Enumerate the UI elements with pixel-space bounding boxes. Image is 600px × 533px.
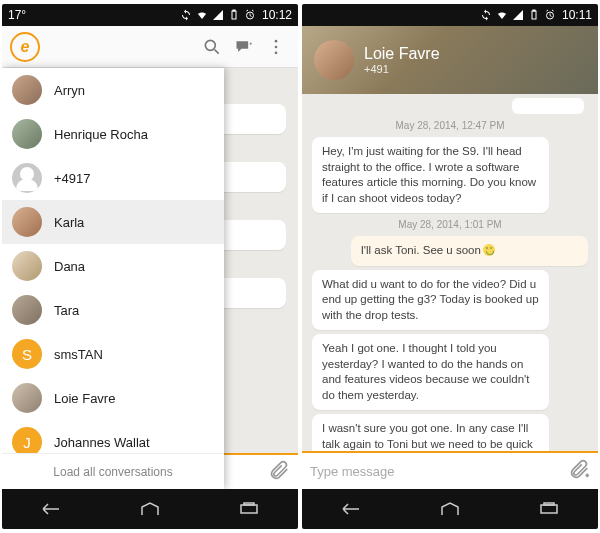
contact-name: Karla [54,215,84,230]
left-body: yhood ou and work ort but me if re i riv… [2,68,298,489]
contact-row[interactable]: Karla [2,200,224,244]
contact-name: Arryn [54,83,85,98]
status-icons: 10:11 [480,8,592,22]
avatar [12,119,42,149]
avatar [12,295,42,325]
compose-bar [302,451,598,489]
svg-rect-10 [533,10,535,11]
contact-name: Loie Favre [54,391,115,406]
wifi-icon [496,9,508,21]
avatar: S [12,339,42,369]
app-bar: e [2,26,298,68]
contact-row[interactable]: Loie Favre [2,376,224,420]
nav-bar [302,489,598,529]
svg-rect-12 [541,505,557,513]
contact-name: Johannes Wallat [54,435,150,450]
svg-point-3 [205,40,215,50]
contact-name: smsTAN [54,347,103,362]
compose-button[interactable] [228,29,260,65]
attach-button[interactable] [568,458,590,484]
message-fragment [512,98,584,114]
contact-name: Dana [54,259,85,274]
avatar [12,207,42,237]
status-temp: 17° [8,8,26,22]
contact-row[interactable]: Tara [2,288,224,332]
avatar: J [12,427,42,453]
signal-icon [212,9,224,21]
status-clock: 10:11 [562,8,592,22]
contact-row[interactable]: Dana [2,244,224,288]
compose-icon [234,37,254,57]
messages-list[interactable]: May 28, 2014, 12:47 PM Hey, I'm just wai… [302,94,598,451]
contacts-list[interactable]: ArrynHenrique Rocha+4917KarlaDanaTaraSsm… [2,68,224,453]
message-incoming: Yeah I got one. I thought I told you yes… [312,334,549,410]
search-icon [202,37,222,57]
nav-recent-icon[interactable] [537,500,561,518]
avatar [12,383,42,413]
svg-rect-13 [544,503,554,505]
nav-bar [2,489,298,529]
smile-emoji-icon [483,244,495,256]
alarm-icon [544,9,556,21]
svg-point-6 [275,51,278,54]
compose-input[interactable] [310,464,562,479]
app-logo[interactable]: e [10,32,40,62]
contact-row[interactable]: SsmsTAN [2,332,224,376]
message-incoming: Hey, I'm just waiting for the S9. I'll h… [312,137,549,213]
nav-home-icon[interactable] [138,500,162,518]
message-text: I'll ask Toni. See u soon [361,244,481,256]
contact-row[interactable]: Arryn [2,68,224,112]
svg-rect-7 [241,505,257,513]
nav-recent-icon[interactable] [237,500,261,518]
contact-info: Loie Favre +491 [364,45,440,75]
svg-point-4 [275,39,278,42]
paperclip-icon [268,459,290,481]
battery-icon [528,9,540,21]
attach-button[interactable] [268,459,290,485]
battery-icon [228,9,240,21]
svg-rect-9 [532,11,536,19]
alarm-icon [244,9,256,21]
contact-row[interactable]: JJohannes Wallat [2,420,224,453]
svg-rect-8 [244,503,254,505]
avatar [12,75,42,105]
load-all-button[interactable]: Load all conversations [2,453,224,489]
status-bar: 10:11 [302,4,598,26]
contact-name: Tara [54,303,79,318]
nav-back-icon[interactable] [339,500,363,518]
signal-icon [512,9,524,21]
status-clock: 10:12 [262,8,292,22]
conversation-header[interactable]: Loie Favre +491 [302,26,598,94]
overflow-button[interactable] [260,29,292,65]
wifi-icon [196,9,208,21]
contact-name: Henrique Rocha [54,127,148,142]
phone-right: 10:11 Loie Favre +491 May 28, 2014, 12:4… [302,4,598,529]
message-incoming: I wasn't sure you got one. In any case I… [312,414,549,451]
contact-avatar [314,40,354,80]
phone-left: 17° 10:12 e yh [2,4,298,529]
search-button[interactable] [196,29,228,65]
paperclip-icon [568,458,590,480]
overflow-icon [266,37,286,57]
avatar [12,251,42,281]
contact-number: +491 [364,63,440,75]
drawer-panel: ArrynHenrique Rocha+4917KarlaDanaTaraSsm… [2,68,224,489]
contact-row[interactable]: +4917 [2,156,224,200]
message-incoming: What did u want to do for the video? Did… [312,270,549,331]
timestamp: May 28, 2014, 12:47 PM [312,120,588,131]
timestamp: May 28, 2014, 1:01 PM [312,219,588,230]
sync-icon [480,9,492,21]
svg-point-5 [275,45,278,48]
svg-rect-0 [232,11,236,19]
contact-row[interactable]: Henrique Rocha [2,112,224,156]
status-bar: 17° 10:12 [2,4,298,26]
nav-home-icon[interactable] [438,500,462,518]
avatar [12,163,42,193]
message-outgoing: I'll ask Toni. See u soon [351,236,588,266]
contact-name: +4917 [54,171,91,186]
status-icons: 10:12 [180,8,292,22]
svg-rect-1 [233,10,235,11]
nav-back-icon[interactable] [39,500,63,518]
contact-name: Loie Favre [364,45,440,63]
sync-icon [180,9,192,21]
